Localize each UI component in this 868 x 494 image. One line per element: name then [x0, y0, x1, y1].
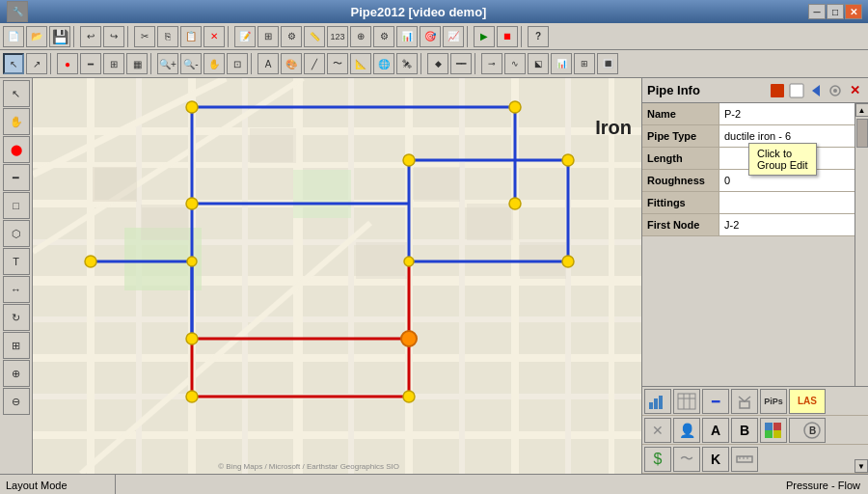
- delete-button[interactable]: ✕: [203, 26, 225, 47]
- pit-pipes-btn[interactable]: PiPs: [760, 389, 787, 414]
- statusbar: Layout Mode Pressure - Flow: [0, 474, 868, 494]
- zoom-out-button[interactable]: 🔍-: [180, 53, 202, 74]
- left-scale[interactable]: ⊞: [3, 332, 30, 359]
- pit-pipe-btn[interactable]: ━: [702, 389, 729, 414]
- pit-k-btn[interactable]: K: [702, 447, 729, 472]
- pi-label-length: Length: [642, 148, 719, 169]
- pipe-info-icon-left[interactable]: [807, 82, 825, 99]
- select-tool[interactable]: ↖: [3, 53, 24, 74]
- left-text[interactable]: T: [3, 248, 30, 275]
- table-button[interactable]: ⊞: [258, 26, 279, 47]
- pointer-tool[interactable]: ↗: [26, 53, 47, 74]
- left-pan[interactable]: ✋: [3, 108, 30, 135]
- pi-label-name: Name: [642, 103, 719, 124]
- pit-bold-btn[interactable]: B: [731, 418, 758, 443]
- help-button[interactable]: ?: [528, 26, 549, 47]
- extra2-tool[interactable]: ∿: [504, 53, 526, 74]
- node-icon-tool[interactable]: ◆: [427, 53, 448, 74]
- svg-point-50: [403, 154, 415, 166]
- pipe-info-icon-white[interactable]: [788, 82, 805, 99]
- measure-button[interactable]: 📏: [304, 26, 325, 47]
- scrollbar-thumb[interactable]: [856, 119, 868, 148]
- pi-value-fittings: [719, 192, 854, 213]
- settings-button[interactable]: ⚙: [373, 26, 394, 47]
- pit-color-btn[interactable]: [760, 418, 787, 443]
- extra3-tool[interactable]: ⬕: [528, 53, 549, 74]
- extra1-tool[interactable]: ⊸: [481, 53, 502, 74]
- counter-button[interactable]: 123: [327, 26, 348, 47]
- extra6-tool[interactable]: 🔳: [597, 53, 618, 74]
- graph-button[interactable]: 📈: [443, 26, 464, 47]
- group-tool[interactable]: ⊞: [103, 53, 124, 74]
- pi-scrollbar[interactable]: ▲ ▼: [854, 103, 868, 386]
- zoom-in-button[interactable]: 🔍+: [157, 53, 178, 74]
- pit-chart-btn[interactable]: [644, 389, 671, 414]
- pipe-info-icon-red[interactable]: [769, 82, 786, 99]
- properties-button[interactable]: 📝: [234, 26, 256, 47]
- cut-button[interactable]: ✂: [134, 26, 155, 47]
- pit-b-circle-btn[interactable]: B: [789, 418, 826, 443]
- app-icon[interactable]: 🔧: [7, 1, 28, 22]
- left-pipe[interactable]: ━: [3, 164, 30, 191]
- sep2: [127, 26, 131, 47]
- pipe-info-content: Name P-2 Pipe Type ductile iron - 6 Clic…: [642, 103, 868, 386]
- maximize-button[interactable]: □: [827, 4, 844, 19]
- pan-tool[interactable]: ✋: [203, 53, 225, 74]
- new-button[interactable]: 📄: [3, 26, 24, 47]
- svg-point-48: [186, 101, 198, 113]
- scrollbar-up[interactable]: ▲: [855, 103, 869, 117]
- left-zoomout[interactable]: ⊖: [3, 388, 30, 415]
- map-svg: © Bing Maps / Microsoft / Earthstar Geog…: [33, 78, 641, 474]
- paste-button[interactable]: 📋: [180, 26, 202, 47]
- pit-table-btn[interactable]: [673, 389, 700, 414]
- left-node[interactable]: ⬤: [3, 136, 30, 163]
- left-zoomin[interactable]: ⊕: [3, 360, 30, 387]
- pipe-tool[interactable]: ━: [80, 53, 101, 74]
- save-button[interactable]: 💾: [49, 26, 70, 47]
- pressure-flow-text: Pressure - Flow: [786, 480, 860, 491]
- close-button[interactable]: ✕: [845, 4, 862, 19]
- pipe-info-title: Pipe Info: [647, 83, 700, 97]
- pipe-info-close[interactable]: ✕: [846, 82, 863, 99]
- ruler-tool[interactable]: 📐: [350, 53, 371, 74]
- left-select[interactable]: ↖: [3, 80, 30, 107]
- pit-person-btn[interactable]: 👤: [673, 418, 700, 443]
- open-button[interactable]: 📂: [26, 26, 47, 47]
- pit-ruler-btn[interactable]: [731, 447, 758, 472]
- pattern-tool[interactable]: ▦: [126, 53, 148, 74]
- left-rotate[interactable]: ↻: [3, 304, 30, 331]
- stop-button[interactable]: ⏹: [497, 26, 518, 47]
- left-measure[interactable]: ↔: [3, 276, 30, 303]
- pipe-icon-tool[interactable]: ━━: [450, 53, 472, 74]
- map-area[interactable]: © Bing Maps / Microsoft / Earthstar Geog…: [33, 78, 641, 474]
- color-tool[interactable]: 🎨: [281, 53, 302, 74]
- options-button[interactable]: ⚙: [281, 26, 302, 47]
- pit-label-btn[interactable]: LAS: [789, 389, 826, 414]
- chart-button[interactable]: 📊: [396, 26, 418, 47]
- svg-point-53: [509, 198, 521, 209]
- wave-tool[interactable]: 〜: [327, 53, 348, 74]
- fit-tool[interactable]: ⊡: [227, 53, 248, 74]
- label-tool[interactable]: A: [258, 53, 279, 74]
- compass-button[interactable]: ⊕: [350, 26, 371, 47]
- minimize-button[interactable]: ─: [808, 4, 826, 19]
- globe-tool[interactable]: 🌐: [373, 53, 394, 74]
- left-polygon[interactable]: ⬡: [3, 220, 30, 247]
- satellite-tool[interactable]: 🛰: [396, 53, 418, 74]
- line-tool[interactable]: ╱: [304, 53, 325, 74]
- node-tool[interactable]: ●: [57, 53, 78, 74]
- locate-button[interactable]: 🎯: [420, 26, 441, 47]
- redo-button[interactable]: ↪: [103, 26, 124, 47]
- undo-button[interactable]: ↩: [80, 26, 101, 47]
- pit-cross-btn[interactable]: ✕: [644, 418, 671, 443]
- pit-text-btn[interactable]: A: [702, 418, 729, 443]
- pit-wave-btn[interactable]: 〜: [673, 447, 700, 472]
- pit-dollar-btn[interactable]: $: [644, 447, 671, 472]
- extra5-tool[interactable]: ⊞: [574, 53, 595, 74]
- pit-delete-btn[interactable]: [731, 389, 758, 414]
- run-button[interactable]: ▶: [474, 26, 495, 47]
- extra4-tool[interactable]: 📊: [551, 53, 572, 74]
- copy-button[interactable]: ⎘: [157, 26, 178, 47]
- pipe-info-icon-settings[interactable]: [827, 82, 844, 99]
- left-rect[interactable]: □: [3, 192, 30, 219]
